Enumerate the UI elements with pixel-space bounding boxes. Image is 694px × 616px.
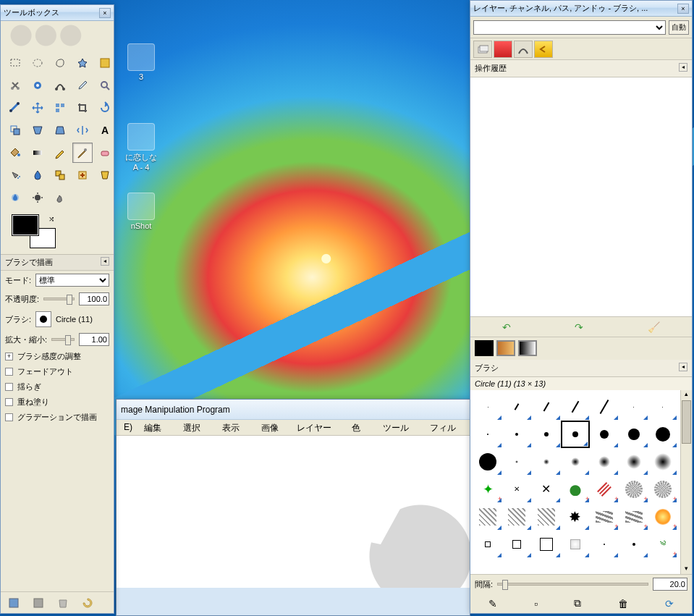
brush-cell[interactable] [648, 448, 677, 476]
tool-blend[interactable] [27, 143, 48, 163]
brush-cell[interactable]: ༄+ [648, 531, 677, 558]
menu-item[interactable]: 画像(I) [257, 421, 289, 434]
tab-patterns[interactable] [496, 340, 515, 356]
brush-cell[interactable] [590, 531, 619, 558]
brush-cell[interactable] [561, 448, 590, 476]
image-selector[interactable] [473, 20, 666, 35]
brush-cell[interactable] [473, 393, 502, 421]
swap-colors-icon[interactable]: ⤭ [48, 215, 54, 223]
clear-history-icon[interactable]: 🧹 [648, 321, 660, 333]
tool-airbrush[interactable] [5, 165, 25, 185]
tab-layers[interactable] [473, 41, 492, 58]
brush-cell[interactable] [619, 393, 648, 421]
undo-icon[interactable]: ↶ [502, 321, 511, 333]
delete-brush-icon[interactable]: 🗑 [618, 598, 628, 609]
brush-cell[interactable]: + [561, 476, 590, 503]
brush-cell[interactable]: ✕ [502, 476, 531, 503]
dock-titlebar[interactable]: レイヤー, チャンネル, パス, アンドゥ - ブラシ, ... × [470, 1, 692, 17]
scale-input[interactable] [79, 333, 109, 346]
desktop-icon[interactable]: 3 [116, 43, 166, 81]
brush-cell[interactable] [502, 393, 531, 421]
close-icon[interactable]: × [99, 8, 111, 18]
brush-preview[interactable] [35, 311, 51, 327]
tool-dodge[interactable] [27, 187, 48, 208]
tool-scissors[interactable] [5, 75, 25, 96]
tool-text[interactable]: A [95, 120, 114, 140]
brush-scrollbar[interactable]: ▴ ▾ [680, 390, 692, 574]
brush-cell[interactable] [648, 393, 677, 421]
menu-item[interactable]: レイヤー(L) [292, 421, 344, 434]
opacity-input[interactable] [79, 292, 109, 305]
desktop-icon[interactable]: nShot [116, 193, 166, 230]
history-list[interactable] [470, 77, 692, 316]
close-icon[interactable]: × [677, 4, 689, 14]
tool-ink[interactable] [27, 165, 48, 185]
tool-pencil[interactable] [50, 143, 70, 163]
brush-cell[interactable]: + [619, 503, 648, 531]
tool-fuzzy-select[interactable] [72, 53, 93, 73]
tool-magnify[interactable] [95, 75, 114, 96]
brush-cell[interactable] [473, 531, 502, 558]
tool-move[interactable] [27, 98, 48, 118]
dynamics-expander[interactable]: ブラシ感度の調整 [1, 349, 114, 364]
tab-paths[interactable] [514, 41, 533, 58]
tool-color-picker[interactable] [72, 75, 93, 96]
fg-color-swatch[interactable] [12, 215, 38, 235]
brush-cell[interactable] [532, 393, 561, 421]
tab-channels[interactable] [494, 41, 512, 58]
tool-shear[interactable] [27, 120, 48, 140]
brush-cell[interactable]: + [648, 503, 677, 531]
tab-gradients[interactable] [518, 340, 537, 356]
tool-ellipse-select[interactable] [27, 53, 48, 73]
menu-item[interactable]: フィルタ [426, 421, 467, 434]
brush-cell[interactable] [619, 448, 648, 476]
collapse-icon[interactable]: ◂ [679, 63, 687, 72]
tool-perspective-clone[interactable] [95, 165, 114, 185]
brush-cell[interactable] [473, 448, 502, 476]
empty-canvas[interactable] [117, 436, 470, 588]
tool-clone[interactable] [50, 165, 70, 185]
brush-cell[interactable]: ✦+ [473, 476, 502, 503]
tool-heal[interactable] [72, 165, 93, 185]
tool-flip[interactable] [72, 120, 93, 140]
edit-brush-icon[interactable]: ✎ [488, 598, 497, 609]
tool-crop[interactable] [72, 98, 93, 118]
brush-cell[interactable] [619, 421, 648, 448]
tool-free-select[interactable] [50, 53, 70, 73]
brush-cell[interactable] [590, 421, 619, 448]
tool-foreground-select[interactable] [27, 75, 48, 96]
brush-cell[interactable]: + [590, 476, 619, 503]
redo-icon[interactable]: ↷ [575, 321, 583, 333]
save-options-icon[interactable] [8, 597, 20, 609]
spacing-slider[interactable] [497, 583, 648, 586]
expand-icon[interactable] [5, 353, 13, 360]
brush-cell[interactable]: ✸ [561, 503, 590, 531]
brush-cell[interactable] [532, 448, 561, 476]
menu-item[interactable]: 表示(V) [218, 421, 254, 434]
brush-cell[interactable] [473, 503, 502, 531]
menu-item[interactable]: 選択(S) [179, 421, 215, 434]
brush-cell[interactable] [590, 448, 619, 476]
brush-cell[interactable] [502, 421, 531, 448]
brush-cell[interactable]: + [619, 476, 648, 503]
brush-cell[interactable] [473, 421, 502, 448]
brush-cell[interactable] [561, 421, 590, 448]
desktop-icon[interactable]: に恋しな A - 4 [116, 123, 166, 172]
menu-item[interactable]: ツール(T) [378, 421, 423, 434]
tool-blur[interactable] [5, 187, 25, 208]
delete-options-icon[interactable] [57, 597, 69, 609]
brush-cell[interactable]: ✕ [532, 476, 561, 503]
opacity-slider[interactable] [43, 298, 75, 300]
check-jitter[interactable]: 揺らぎ [1, 379, 114, 395]
duplicate-brush-icon[interactable]: ⧉ [574, 597, 581, 609]
brush-cell[interactable] [532, 531, 561, 558]
mode-select[interactable]: 標準 [35, 274, 109, 287]
tool-by-color-select[interactable] [95, 53, 114, 73]
spacing-input[interactable] [653, 578, 687, 591]
tab-brushes[interactable] [475, 340, 494, 356]
brush-name[interactable]: Circle (11) [56, 315, 93, 324]
brush-cell[interactable] [590, 393, 619, 421]
refresh-brushes-icon[interactable]: ⟳ [665, 598, 674, 609]
tool-measure[interactable] [5, 98, 25, 118]
brush-cell[interactable] [532, 421, 561, 448]
